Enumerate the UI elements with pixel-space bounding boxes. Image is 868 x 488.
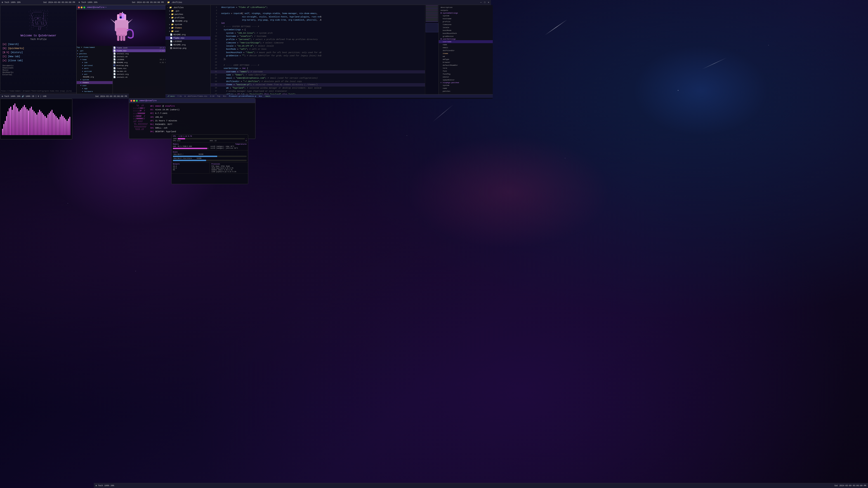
file-icon-installsh: 📄 (113, 55, 116, 58)
sym-user-email: email (439, 46, 493, 49)
nixos-logo: \\ // :::://##// :::::/# / :::/###### ::… (130, 104, 148, 134)
maximize-btn[interactable]: □ (484, 1, 485, 4)
tree-desktop[interactable]: 🖼desktop.png (165, 46, 211, 50)
code-line-18: 18 (211, 61, 425, 64)
tree-license[interactable]: 📄LICENSE (165, 40, 211, 43)
menu-item-search[interactable]: [o] [Search] (2, 42, 74, 46)
tree-flake-nix[interactable]: 📄flake.nix (165, 36, 211, 40)
eq-bar-1 (3, 124, 4, 135)
neofetch-min[interactable] (133, 100, 135, 102)
eq-bar-26 (38, 112, 39, 135)
disk-bar-1 (173, 156, 247, 157)
process-1: 2520 Hyprland 0.35 0.4% (212, 167, 247, 169)
minimap-line (426, 20, 438, 21)
editor-statusbar: ⎇ main 7.5k ● .dotfiles/flake.nix 3:10 T… (165, 94, 493, 98)
file-flake-lock[interactable]: 📄 flake.lock 27.5 K (113, 46, 166, 49)
file-readme[interactable]: 📄 README.org 4.31 K (113, 61, 166, 64)
dir-wsl[interactable]: ▸wsl (76, 73, 113, 76)
minimap-line (426, 10, 438, 10)
tree-patches[interactable]: ▸📁patches (165, 13, 211, 16)
dir-system[interactable]: ▸system (76, 78, 113, 81)
eq-bar-34 (49, 113, 50, 135)
dotfiles-title[interactable]: .dotfiles (171, 1, 182, 4)
dir-personal[interactable]: ▸personal (76, 64, 113, 67)
bookmark-documents[interactable]: Documents (2, 65, 74, 67)
eq-bar-45 (64, 118, 65, 135)
memory-temps-row: EAM: 95 5.76GB/2.0GB card0 (amdgpu): edg… (173, 145, 247, 150)
neofetch-max[interactable] (136, 100, 138, 102)
code-line-27: 27 # window manager type (hyprland or x1… (211, 90, 425, 93)
editor-layout: ▾📁.dotfiles ▸📁.git ▸📁patches ▾📁profiles … (165, 5, 493, 94)
eq-bar-3 (6, 116, 7, 135)
sym-user-spawnedit: spawnEditor (439, 78, 493, 81)
file-readme-home[interactable]: README.org (76, 76, 113, 78)
cpu-avg: AVG: 13 (210, 140, 216, 142)
battery-bottom-right: 100% (104, 485, 109, 487)
dir-lab[interactable]: ▸lab (76, 61, 113, 64)
code-line-14: 14 bootMode = "uefi"; # uefi or bios (211, 48, 425, 51)
tree-git[interactable]: ▸📁.git (165, 9, 211, 13)
minimap-line (426, 20, 438, 20)
dir-patches[interactable]: ▸patches (76, 52, 113, 55)
menu-item-history[interactable]: [$ h] [History] (2, 51, 74, 55)
max-button[interactable] (84, 6, 85, 8)
file-license[interactable]: 📄 LICENSE 34.2 K (113, 58, 166, 61)
bookmark-downloads[interactable]: Downloads (2, 67, 74, 69)
eq-bar-42 (60, 117, 61, 135)
file-install-org[interactable]: 📄 install.org (113, 52, 166, 55)
file-install-sh-2[interactable]: 📄 install.sh (113, 76, 166, 78)
file-flake-nix-2[interactable]: 📄 flake.nix (113, 67, 166, 70)
minimize-btn[interactable]: ─ (480, 1, 482, 4)
neofetch-close[interactable] (130, 100, 132, 102)
tree-readme-org[interactable]: 📄README.org (165, 20, 211, 23)
tree-themes[interactable]: ▸📁themes (165, 26, 211, 30)
nebula-2 (633, 45, 769, 135)
tree-readme3[interactable]: 📄README.org (165, 43, 211, 46)
file-harden-sh[interactable]: 📄 harden.sh (113, 70, 166, 73)
sym-user-term: term (439, 67, 493, 70)
dir-user[interactable]: ▾user (76, 84, 113, 87)
dir-home[interactable]: ▾home (76, 58, 113, 61)
dotfiles-label: 📁 (167, 1, 170, 4)
file-flake-nix[interactable]: 📄 flake.nix 2.26 K (113, 49, 166, 52)
bookmark-external[interactable]: External (2, 74, 74, 76)
bookmark-bookmarks[interactable]: Bookmarks (2, 71, 74, 74)
code-area[interactable]: 1 description = "Flake of LibrePhoenix";… (211, 5, 425, 94)
directory-tree: Top ▾ /home/emmet ▸.git ▸patches ▾profil… (76, 46, 113, 98)
tree-profiles[interactable]: ▾📁profiles (165, 16, 211, 20)
eq-bar-39 (56, 116, 57, 135)
terminal-titlebar: emmet@snowfire:~ (76, 5, 166, 10)
disks-title: Disks (173, 151, 247, 153)
dir-git[interactable]: ▸.git (76, 49, 113, 52)
eq-bar-0 (2, 129, 3, 135)
dir-worklab[interactable]: ▸worklab (76, 70, 113, 73)
close-btn[interactable]: ✕ (488, 1, 489, 4)
tree-user[interactable]: ▸📁user (165, 30, 211, 33)
tree-system[interactable]: ▸📁system (165, 23, 211, 26)
file-install-all[interactable]: 📄 install.org (113, 73, 166, 76)
sym-description: description (439, 6, 493, 9)
code-line-17: 17 }; (211, 58, 425, 61)
menu-item-closetab[interactable]: [x] [Close tab] (2, 59, 74, 63)
tree-root[interactable]: ▾📁.dotfiles (165, 6, 211, 9)
file-desktop-png[interactable]: 🖼 desktop.png (113, 64, 166, 67)
process-3: 1166 pipewire-pu 0.15 0.1% (212, 171, 247, 173)
temp-edge: card0 (amdgpu): edge 49°C (211, 145, 247, 147)
menu-item-quickmarks[interactable]: [b] [Quickmarks] (2, 46, 74, 51)
equalizer-container (0, 99, 72, 139)
file-icon-installsh2: 📄 (113, 76, 116, 78)
close-button[interactable] (78, 6, 80, 8)
tree-readme2[interactable]: 📄README.org (165, 33, 211, 36)
dir-app[interactable]: ▸app (76, 87, 113, 90)
menu-item-newtab[interactable]: [t] [New tab] (2, 55, 74, 59)
processes-section: Processes PIDNameCPU%Mem% 2520 Hyprland … (210, 162, 248, 173)
dir-profiles[interactable]: ▾profiles (76, 55, 113, 58)
code-line-9: 9 system = "x86_64-linux"; # system arch (211, 32, 425, 35)
dir-work[interactable]: ▸work (76, 67, 113, 70)
dir-themes[interactable]: ▸themes (76, 81, 113, 84)
bookmark-music[interactable]: Music (2, 69, 74, 71)
dir-hardware[interactable]: ▸hardware (76, 90, 113, 93)
file-install-sh[interactable]: 📄 install.sh (113, 55, 166, 58)
min-button[interactable] (81, 6, 83, 8)
minimap-line (426, 22, 438, 22)
